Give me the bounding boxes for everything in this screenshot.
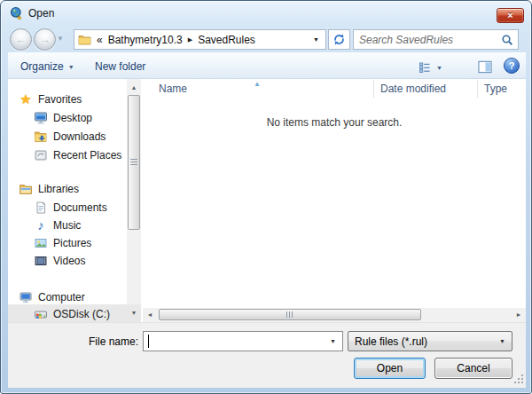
sidebar-item-downloads[interactable]: Downloads (34, 128, 106, 145)
scroll-right-icon[interactable]: ► (512, 308, 526, 322)
sidebar-item-desktop[interactable]: Desktop (34, 109, 92, 126)
sidebar-item-label: Documents (53, 201, 107, 214)
folder-icon (78, 33, 91, 47)
organize-menu-button[interactable]: Organize ▼ (17, 58, 78, 75)
views-split-button[interactable]: ▼ (414, 59, 446, 76)
sidebar-item-music[interactable]: ♪ Music (34, 217, 81, 233)
scroll-down-icon[interactable]: ▼ (127, 306, 141, 320)
sidebar-item-label: Videos (53, 255, 85, 267)
new-folder-button[interactable]: New folder (91, 58, 149, 75)
forward-button[interactable]: → (34, 28, 56, 51)
command-toolbar (8, 52, 526, 79)
chevron-down-icon: ▼ (436, 65, 442, 71)
resize-grip[interactable] (513, 374, 524, 387)
chevron-down-icon[interactable]: ▼ (330, 338, 342, 344)
desktop-monitor-icon (34, 111, 48, 125)
search-box[interactable] (353, 29, 519, 50)
sidebar-section-label: Computer (38, 291, 85, 303)
sidebar-section-computer[interactable]: Computer (19, 288, 85, 305)
recent-places-icon (34, 148, 48, 162)
empty-results-message: No items match your search. (143, 116, 526, 129)
sidebar-item-label: Recent Places (53, 149, 121, 162)
close-icon: × (507, 10, 512, 20)
sidebar-item-documents[interactable]: Documents (34, 199, 107, 216)
app-magnifier-globe-icon (10, 6, 24, 20)
chevron-down-icon: ▼ (499, 338, 512, 344)
star-icon: ★ (19, 92, 33, 106)
document-icon (34, 201, 48, 215)
sidebar-item-label: Downloads (53, 130, 106, 143)
scrollbar-grip (130, 159, 137, 166)
search-icon (500, 33, 514, 47)
sidebar-scrollbar-thumb[interactable] (128, 95, 140, 230)
file-name-input[interactable] (144, 333, 330, 350)
breadcrumb-item-bathymetry[interactable]: Bathymetry10.3 (106, 34, 184, 46)
column-separator[interactable] (373, 80, 374, 98)
column-separator[interactable] (477, 80, 478, 98)
sidebar-item-pictures[interactable]: Pictures (34, 234, 91, 251)
open-button-label: Open (377, 362, 403, 374)
open-dialog-window: Open × ← → ▼ « Bathymetry10.3 ▶ SavedRul… (0, 0, 532, 394)
scroll-up-icon[interactable]: ▲ (127, 81, 141, 95)
preview-pane-button[interactable] (478, 59, 492, 76)
sidebar-section-label: Libraries (38, 183, 79, 195)
video-film-icon (34, 254, 48, 268)
chevron-down-icon: ▼ (68, 64, 74, 70)
sidebar-item-videos[interactable]: Videos (34, 252, 85, 269)
help-icon: ? (509, 60, 515, 71)
breadcrumb-separator-icon[interactable]: ▶ (184, 36, 196, 43)
breadcrumb-overflow-button[interactable]: « (97, 34, 103, 46)
open-button[interactable]: Open (354, 358, 426, 379)
breadcrumb[interactable]: « Bathymetry10.3 ▶ SavedRules ▼ (74, 29, 326, 50)
sidebar-item-recent-places[interactable]: Recent Places (34, 146, 121, 163)
file-name-label: File name: (52, 335, 138, 348)
text-caret (148, 335, 149, 348)
file-type-value: Rule files (*.rul) (348, 335, 499, 348)
back-arrow-icon: ← (15, 33, 27, 46)
search-input[interactable] (354, 31, 500, 48)
sidebar-item-label: Music (53, 219, 81, 232)
column-header-date-modified[interactable]: Date modified (373, 79, 477, 98)
sidebar-section-label: Favorites (38, 93, 82, 106)
views-list-icon (418, 60, 432, 75)
refresh-icon (332, 33, 347, 47)
libraries-icon (19, 182, 33, 196)
scrollbar-grip (286, 311, 293, 318)
chevron-down-icon: ▼ (57, 35, 64, 43)
column-header-type[interactable]: Type (477, 79, 526, 98)
cancel-button[interactable]: Cancel (434, 358, 512, 379)
refresh-button[interactable] (328, 29, 350, 50)
column-label: Type (484, 83, 507, 95)
close-button[interactable]: × (497, 8, 524, 23)
hard-drive-icon (34, 307, 48, 321)
download-folder-icon (34, 130, 48, 144)
column-label: Date modified (380, 83, 446, 95)
file-name-combo[interactable]: ▼ (143, 331, 343, 351)
history-dropdown-button[interactable]: ▼ (57, 35, 64, 43)
back-button[interactable]: ← (10, 28, 32, 51)
column-label: Name (159, 83, 187, 95)
sidebar-item-label: OSDisk (C:) (53, 308, 110, 320)
organize-label: Organize (20, 60, 64, 73)
breadcrumb-item-savedrules[interactable]: SavedRules (196, 34, 257, 46)
scroll-left-icon[interactable]: ◄ (143, 308, 157, 322)
filelist-scrollbar-thumb[interactable] (159, 309, 421, 320)
sort-ascending-icon: ▲ (254, 80, 261, 88)
sidebar-item-osdisk[interactable]: OSDisk (C:) (34, 305, 110, 322)
help-button[interactable]: ? (504, 58, 520, 74)
sidebar-section-favorites[interactable]: ★ Favorites (19, 91, 82, 107)
computer-icon (19, 290, 33, 304)
title-bar[interactable]: Open × (1, 1, 532, 26)
window-title: Open (28, 7, 54, 20)
forward-arrow-icon: → (39, 33, 51, 46)
address-dropdown-icon[interactable]: ▼ (313, 36, 319, 43)
new-folder-label: New folder (95, 60, 145, 73)
sidebar-item-label: Pictures (53, 237, 91, 249)
sidebar-section-libraries[interactable]: Libraries (19, 180, 79, 197)
preview-pane-icon (478, 59, 492, 74)
cancel-button-label: Cancel (457, 362, 489, 374)
picture-icon (34, 236, 48, 250)
file-type-select[interactable]: Rule files (*.rul) ▼ (348, 331, 512, 351)
sidebar-item-label: Desktop (53, 112, 92, 124)
music-note-icon: ♪ (34, 218, 48, 232)
